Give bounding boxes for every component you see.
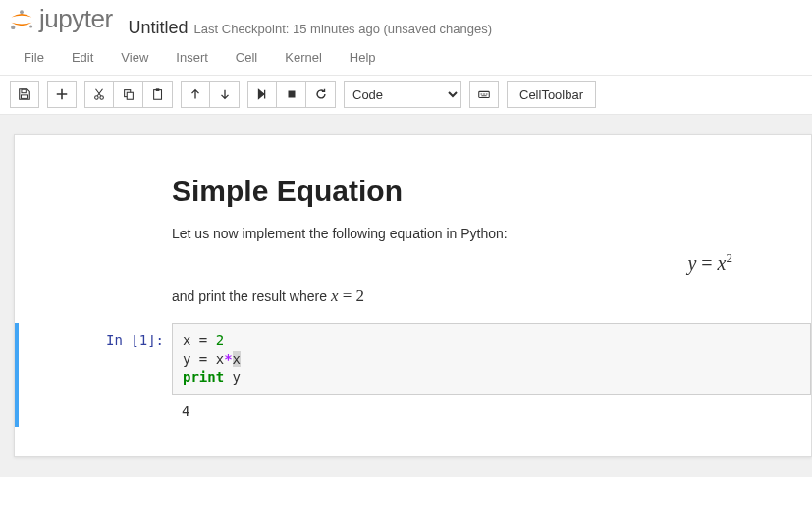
svg-point-0 bbox=[20, 10, 24, 14]
jupyter-icon bbox=[8, 6, 35, 33]
svg-rect-11 bbox=[288, 91, 295, 98]
cell-toolbar-button[interactable]: CellToolbar bbox=[507, 81, 596, 108]
cell-type-select[interactable]: Code bbox=[344, 81, 461, 108]
notebook: Simple Equation Let us now implement the… bbox=[14, 134, 812, 458]
menu-view[interactable]: View bbox=[107, 42, 162, 73]
paste-button[interactable] bbox=[143, 81, 173, 108]
run-button[interactable] bbox=[247, 81, 277, 108]
move-down-button[interactable] bbox=[210, 81, 240, 108]
command-palette-button[interactable] bbox=[469, 81, 499, 108]
interrupt-button[interactable] bbox=[277, 81, 306, 108]
input-prompt: In [1]: bbox=[19, 323, 172, 428]
svg-rect-3 bbox=[22, 89, 26, 93]
svg-rect-4 bbox=[22, 95, 28, 99]
menu-file[interactable]: File bbox=[10, 42, 58, 73]
svg-point-6 bbox=[100, 96, 104, 100]
svg-point-2 bbox=[29, 25, 32, 27]
equation-display: y = x2 bbox=[172, 250, 791, 275]
toolbar: Code CellToolbar bbox=[0, 76, 812, 115]
header: jupyter Untitled Last Checkpoint: 15 min… bbox=[0, 0, 812, 40]
markdown-p2: and print the result where x = 2 bbox=[172, 284, 791, 309]
jupyter-logo[interactable]: jupyter bbox=[8, 4, 113, 34]
brand-text: jupyter bbox=[39, 4, 113, 34]
svg-rect-9 bbox=[153, 90, 161, 100]
menubar: File Edit View Insert Cell Kernel Help bbox=[0, 40, 812, 76]
notebook-title[interactable]: Untitled bbox=[129, 18, 189, 38]
code-output: 4 bbox=[172, 395, 811, 427]
checkpoint-status: Last Checkpoint: 15 minutes ago (unsaved… bbox=[194, 22, 493, 36]
code-input[interactable]: x = 2 y = x*x print y bbox=[172, 323, 811, 396]
cut-button[interactable] bbox=[84, 81, 114, 108]
svg-point-1 bbox=[11, 25, 15, 28]
copy-button[interactable] bbox=[114, 81, 143, 108]
svg-point-5 bbox=[95, 96, 99, 100]
markdown-p1: Let us now implement the following equat… bbox=[172, 224, 791, 244]
save-button[interactable] bbox=[10, 81, 39, 108]
menu-edit[interactable]: Edit bbox=[58, 42, 107, 73]
notebook-container: Simple Equation Let us now implement the… bbox=[0, 115, 812, 478]
menu-insert[interactable]: Insert bbox=[162, 42, 222, 73]
code-cell[interactable]: In [1]: x = 2 y = x*x print y 4 bbox=[15, 323, 811, 428]
markdown-heading: Simple Equation bbox=[172, 175, 791, 208]
menu-kernel[interactable]: Kernel bbox=[271, 42, 336, 73]
move-up-button[interactable] bbox=[181, 81, 210, 108]
menu-help[interactable]: Help bbox=[336, 42, 390, 73]
markdown-cell[interactable]: Simple Equation Let us now implement the… bbox=[15, 175, 811, 309]
menu-cell[interactable]: Cell bbox=[222, 42, 271, 73]
svg-rect-10 bbox=[155, 88, 159, 91]
svg-rect-8 bbox=[127, 92, 133, 99]
insert-cell-button[interactable] bbox=[47, 81, 77, 108]
restart-button[interactable] bbox=[306, 81, 336, 108]
